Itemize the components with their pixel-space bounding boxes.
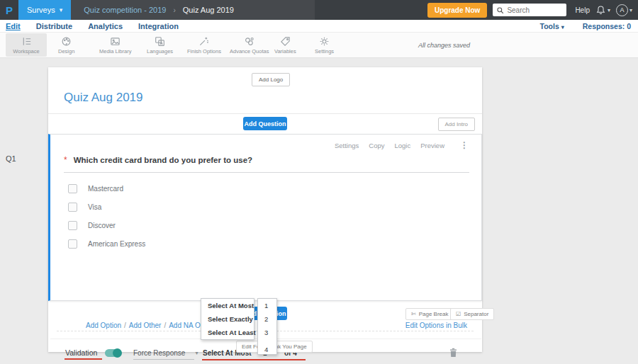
tools-menu[interactable]: Tools ▾ xyxy=(540,22,564,30)
toolbar-item-finish-options[interactable]: Finish Options xyxy=(183,33,225,57)
menu-item-count-1[interactable]: 1 xyxy=(258,299,276,312)
option-row: Discover xyxy=(68,221,116,230)
topbar-right: Upgrade Now Help ▾ A ▾ xyxy=(427,0,638,20)
help-link[interactable]: Help xyxy=(575,6,590,14)
toolbar-item-label: Languages xyxy=(147,48,173,55)
account-menu[interactable]: A ▾ xyxy=(616,4,632,16)
menu-item-select-exactly[interactable]: Select Exactly xyxy=(201,312,254,326)
required-asterisk-icon: * xyxy=(64,155,67,165)
page-break-icon: ✄ xyxy=(411,311,416,317)
menu-item-count-4[interactable]: 4 xyxy=(258,339,276,356)
questionpro-logo[interactable]: P xyxy=(0,4,18,16)
chevron-down-icon: ▾ xyxy=(195,350,198,356)
add-other-link[interactable]: Add Other xyxy=(129,322,162,329)
separator-button[interactable]: ☑ Separator xyxy=(450,308,494,320)
menu-item-count-2[interactable]: 2 xyxy=(258,312,276,326)
option-row: Mastercard xyxy=(68,184,123,193)
delete-question-trash-icon[interactable] xyxy=(449,348,458,358)
nav-right: Tools ▾ Responses: 0 xyxy=(540,20,631,33)
question-copy-link[interactable]: Copy xyxy=(369,142,384,149)
tab-edit[interactable]: Edit xyxy=(6,22,21,30)
add-logo-button[interactable]: Add Logo xyxy=(252,73,290,86)
toolbar-item-variables[interactable]: Variables xyxy=(270,33,301,57)
link-separator: / xyxy=(124,322,126,329)
link-separator: / xyxy=(164,322,166,329)
question-text-row: * Which credit card brand do you prefer … xyxy=(64,155,252,165)
menu-item-count-3[interactable]: 3 xyxy=(258,326,276,339)
toolbar-item-design[interactable]: Design xyxy=(54,33,79,57)
languages-icon xyxy=(155,36,165,47)
toolbar-item-label: Design xyxy=(58,48,74,55)
toolbar-item-label: Finish Options xyxy=(187,48,221,55)
surveys-menu[interactable]: Surveys ▾ xyxy=(18,0,71,20)
force-response-underline xyxy=(133,359,194,360)
add-option-link[interactable]: Add Option xyxy=(86,322,121,329)
toolbar-item-advance-quotas[interactable]: Advance Quotas xyxy=(225,33,273,57)
option-label[interactable]: Mastercard xyxy=(88,185,123,193)
tab-distribute[interactable]: Distribute xyxy=(36,22,72,30)
force-response-label: Force Response xyxy=(133,349,185,357)
option-row: Visa xyxy=(68,203,101,212)
chevron-down-icon: ▾ xyxy=(60,6,63,13)
breadcrumb-parent[interactable]: Quiz competition - 2019 xyxy=(84,6,166,14)
toolbar-item-media-library[interactable]: Media Library xyxy=(95,33,135,57)
workspace-toolbar: Workspace Design Media Library Languages… xyxy=(0,33,638,58)
variables-tag-icon xyxy=(280,36,291,47)
menu-item-select-at-least[interactable]: Select At Least xyxy=(201,326,254,339)
option-checkbox[interactable] xyxy=(68,203,77,212)
design-palette-icon xyxy=(61,36,72,47)
toolbar-item-languages[interactable]: Languages xyxy=(142,33,177,57)
tab-analytics[interactable]: Analytics xyxy=(88,22,123,30)
force-response-dropdown[interactable]: Force Response ▾ xyxy=(133,349,198,357)
toolbar-item-settings[interactable]: Settings xyxy=(310,33,338,57)
global-search xyxy=(493,4,566,16)
breadcrumb-current: Quiz Aug 2019 xyxy=(183,6,234,14)
add-intro-button[interactable]: Add Intro xyxy=(438,118,475,131)
page-break-label: Page Break xyxy=(419,311,449,317)
option-row: American Express xyxy=(68,239,145,249)
question-text-underline xyxy=(64,172,469,173)
add-question-button-top[interactable]: Add Question xyxy=(243,117,287,130)
menu-item-select-at-most[interactable]: Select At Most xyxy=(201,299,254,312)
question-preview-link[interactable]: Preview xyxy=(420,142,444,149)
advance-quotas-icon xyxy=(244,36,254,47)
option-checkbox[interactable] xyxy=(68,239,77,249)
option-label[interactable]: Discover xyxy=(88,222,116,229)
search-input[interactable] xyxy=(507,6,562,14)
surveys-menu-label: Surveys xyxy=(27,6,55,14)
toolbar-item-label: Media Library xyxy=(99,48,131,55)
tab-integration[interactable]: Integration xyxy=(138,22,179,30)
toolbar-item-label: Workspace xyxy=(13,48,39,55)
chevron-down-icon: ▾ xyxy=(629,7,632,13)
option-label[interactable]: American Express xyxy=(88,240,145,248)
rule-dropdown-menu: Select At Most Select Exactly Select At … xyxy=(201,298,254,340)
option-label[interactable]: Visa xyxy=(88,203,101,211)
upgrade-now-button[interactable]: Upgrade Now xyxy=(427,3,487,18)
top-bar: P Surveys ▾ Quiz competition - 2019 › Qu… xyxy=(0,0,638,20)
validation-label: Validation xyxy=(65,348,97,357)
finish-options-wand-icon xyxy=(198,36,209,47)
section-nav: Edit Distribute Analytics Integration To… xyxy=(0,20,638,33)
notifications-menu[interactable]: ▾ xyxy=(595,5,610,16)
question-id-label: Q1 xyxy=(6,154,16,163)
settings-gear-icon xyxy=(319,36,330,47)
survey-title[interactable]: Quiz Aug 2019 xyxy=(64,91,143,105)
toggle-knob xyxy=(113,348,122,358)
count-dropdown-menu: 1 2 3 4 xyxy=(257,298,277,355)
annotation-underline-validation xyxy=(65,358,102,360)
option-checkbox[interactable] xyxy=(68,184,77,193)
question-logic-link[interactable]: Logic xyxy=(394,142,410,149)
question-text[interactable]: Which credit card brand do you prefer to… xyxy=(74,156,252,164)
question-actions: Settings Copy Logic Preview ⋮ xyxy=(335,140,469,150)
question-settings-link[interactable]: Settings xyxy=(335,142,359,149)
validation-toggle[interactable] xyxy=(105,349,121,357)
edit-options-in-bulk-link[interactable]: Edit Options in Bulk xyxy=(405,322,467,329)
responses-count[interactable]: Responses: 0 xyxy=(583,22,631,30)
tools-label: Tools xyxy=(540,22,559,30)
option-checkbox[interactable] xyxy=(68,221,77,230)
search-icon xyxy=(496,6,504,14)
toolbar-item-workspace[interactable]: Workspace xyxy=(6,33,47,57)
option-links: Add Option/Add Other/Add NA Option xyxy=(86,322,216,329)
question-more-menu-icon[interactable]: ⋮ xyxy=(460,140,469,150)
page-break-button[interactable]: ✄ Page Break xyxy=(405,308,454,320)
